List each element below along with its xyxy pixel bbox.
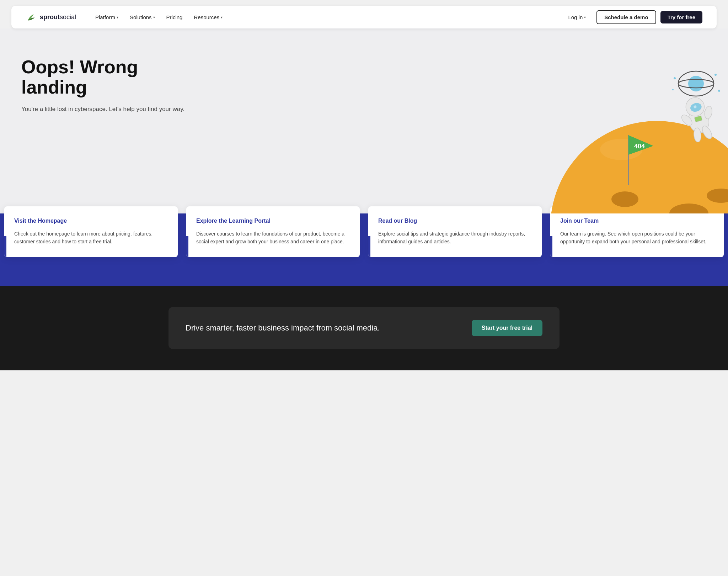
chevron-down-icon: ▾ [153,15,155,19]
card-learning: Explore the Learning Portal Discover cou… [186,206,360,257]
card-homepage: Visit the Homepage Check out the homepag… [4,206,178,257]
nav-item-pricing[interactable]: Pricing [161,11,188,23]
svg-text:404: 404 [634,143,645,150]
nav-right: Log in ▾ Schedule a demo Try for free [562,10,702,24]
scene-svg: 404 [522,64,728,213]
svg-point-9 [688,76,704,91]
cta-section: Drive smarter, faster business impact fr… [0,286,728,370]
logo[interactable]: sproutsocial [26,11,76,23]
nav-links: Platform ▾ Solutions ▾ Pricing Resources… [90,11,562,23]
cta-text: Drive smarter, faster business impact fr… [186,323,380,333]
cta-inner: Drive smarter, faster business impact fr… [168,307,560,349]
nav-item-resources[interactable]: Resources ▾ [189,11,228,23]
svg-point-14 [672,89,674,90]
nav-item-solutions[interactable]: Solutions ▾ [125,11,160,23]
chevron-down-icon: ▾ [221,15,223,19]
hero-section: Oops! Wrong landing You're a little lost… [0,28,728,213]
card-blog-body: Explore social tips and strategic guidan… [378,230,532,246]
demo-button[interactable]: Schedule a demo [596,10,656,24]
cards-row: Visit the Homepage Check out the homepag… [0,206,728,257]
chevron-down-icon: ▾ [584,15,586,19]
hero-text: Oops! Wrong landing You're a little lost… [21,57,192,114]
svg-point-0 [550,121,728,213]
cards-section: Visit the Homepage Check out the homepag… [0,213,728,286]
hero-title: Oops! Wrong landing [21,57,192,97]
svg-point-13 [718,90,720,92]
card-team: Join our Team Our team is growing. See w… [550,206,724,257]
card-learning-body: Discover courses to learn the foundation… [196,230,350,246]
moon-illustration: 404 [522,64,728,213]
card-learning-title[interactable]: Explore the Learning Portal [196,218,350,224]
login-button[interactable]: Log in ▾ [562,11,592,23]
cta-button[interactable]: Start your free trial [472,320,542,336]
navbar: sproutsocial Platform ▾ Solutions ▾ Pric… [11,6,717,28]
nav-item-platform[interactable]: Platform ▾ [90,11,123,23]
logo-text: sproutsocial [40,14,76,21]
try-free-button[interactable]: Try for free [660,11,702,23]
card-homepage-body: Check out the homepage to learn more abo… [14,230,168,246]
card-blog: Read our Blog Explore social tips and st… [368,206,542,257]
hero-subtitle: You're a little lost in cyberspace. Let'… [21,105,192,114]
logo-icon [26,11,37,23]
card-team-title[interactable]: Join our Team [560,218,714,224]
svg-point-11 [674,77,676,79]
card-team-body: Our team is growing. See which open posi… [560,230,714,246]
card-blog-title[interactable]: Read our Blog [378,218,532,224]
card-homepage-title[interactable]: Visit the Homepage [14,218,168,224]
chevron-down-icon: ▾ [117,15,118,19]
svg-point-1 [611,191,638,207]
svg-point-12 [714,74,717,76]
